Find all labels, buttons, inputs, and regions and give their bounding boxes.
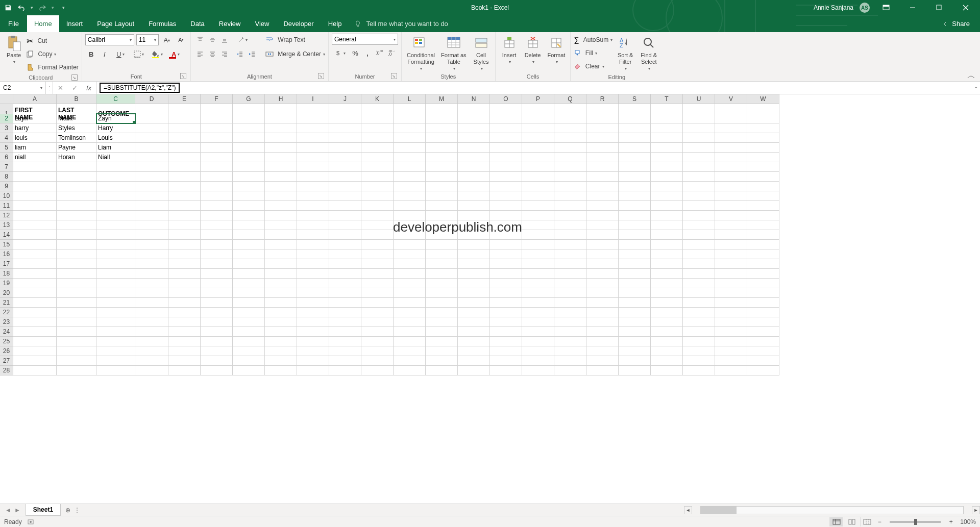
column-header-U[interactable]: U <box>683 94 715 104</box>
cell-U3[interactable] <box>683 123 715 133</box>
cell-T2[interactable] <box>651 114 683 123</box>
cell-L2[interactable] <box>394 114 426 123</box>
cell-V13[interactable] <box>715 220 747 230</box>
cell-E11[interactable] <box>168 201 201 211</box>
percent-format-icon[interactable]: % <box>349 47 361 59</box>
cell-F24[interactable] <box>201 327 233 337</box>
cell-J26[interactable] <box>329 346 361 356</box>
cell-F7[interactable] <box>201 162 233 172</box>
cell-G14[interactable] <box>233 230 265 240</box>
cell-D20[interactable] <box>135 288 168 298</box>
cell-U16[interactable] <box>683 249 715 259</box>
cell-J24[interactable] <box>329 327 361 337</box>
cell-N24[interactable] <box>458 327 490 337</box>
close-button[interactable] <box>955 0 976 15</box>
cell-H11[interactable] <box>265 201 297 211</box>
insert-function-icon[interactable]: fx <box>85 84 93 92</box>
cell-M13[interactable] <box>426 220 458 230</box>
cell-N17[interactable] <box>458 259 490 269</box>
cell-T22[interactable] <box>651 308 683 317</box>
cell-V16[interactable] <box>715 249 747 259</box>
cell-M24[interactable] <box>426 327 458 337</box>
cell-A11[interactable] <box>13 201 57 211</box>
font-color-button[interactable]: A▾ <box>167 48 184 60</box>
cell-T20[interactable] <box>651 288 683 298</box>
cell-T14[interactable] <box>651 230 683 240</box>
cell-B20[interactable] <box>57 288 96 298</box>
cell-Q11[interactable] <box>554 201 586 211</box>
row-header-12[interactable]: 12 <box>0 211 13 220</box>
cell-U18[interactable] <box>683 269 715 279</box>
cell-S18[interactable] <box>619 269 651 279</box>
cell-F12[interactable] <box>201 211 233 220</box>
cell-T16[interactable] <box>651 249 683 259</box>
cell-I2[interactable] <box>297 114 329 123</box>
column-header-A[interactable]: A <box>13 94 57 104</box>
cell-E27[interactable] <box>168 356 201 366</box>
cell-N22[interactable] <box>458 308 490 317</box>
cell-P22[interactable] <box>522 308 554 317</box>
align-bottom-icon[interactable] <box>218 34 231 46</box>
accounting-format-icon[interactable]: $▾ <box>332 47 349 59</box>
cell-N5[interactable] <box>458 143 490 153</box>
cell-E2[interactable] <box>168 114 201 123</box>
cell-T27[interactable] <box>651 356 683 366</box>
cell-M21[interactable] <box>426 298 458 308</box>
cell-H21[interactable] <box>265 298 297 308</box>
cell-P15[interactable] <box>522 240 554 249</box>
cell-G24[interactable] <box>233 327 265 337</box>
cell-H18[interactable] <box>265 269 297 279</box>
column-header-V[interactable]: V <box>715 94 747 104</box>
cell-T18[interactable] <box>651 269 683 279</box>
cell-M9[interactable] <box>426 182 458 191</box>
column-header-M[interactable]: M <box>426 94 458 104</box>
cell-K10[interactable] <box>361 191 394 201</box>
cell-F18[interactable] <box>201 269 233 279</box>
wrap-text-button[interactable]: Wrap Text <box>265 34 325 46</box>
cell-S27[interactable] <box>619 356 651 366</box>
cell-R3[interactable] <box>586 123 619 133</box>
cell-G27[interactable] <box>233 356 265 366</box>
decrease-indent-icon[interactable] <box>234 48 246 60</box>
cell-P25[interactable] <box>522 337 554 346</box>
cell-F19[interactable] <box>201 279 233 288</box>
cell-Q5[interactable] <box>554 143 586 153</box>
cell-O26[interactable] <box>490 346 522 356</box>
row-header-25[interactable]: 25 <box>0 337 13 346</box>
cell-M5[interactable] <box>426 143 458 153</box>
cell-V2[interactable] <box>715 114 747 123</box>
cell-L22[interactable] <box>394 308 426 317</box>
format-cells-button[interactable]: Format▾ <box>546 34 568 65</box>
cell-V14[interactable] <box>715 230 747 240</box>
cell-L18[interactable] <box>394 269 426 279</box>
hscroll-thumb[interactable] <box>701 507 737 514</box>
cell-F10[interactable] <box>201 191 233 201</box>
cell-P21[interactable] <box>522 298 554 308</box>
cell-T23[interactable] <box>651 317 683 327</box>
cell-V6[interactable] <box>715 153 747 162</box>
cell-M6[interactable] <box>426 153 458 162</box>
cell-V3[interactable] <box>715 123 747 133</box>
cell-U24[interactable] <box>683 327 715 337</box>
cell-P3[interactable] <box>522 123 554 133</box>
cell-Q15[interactable] <box>554 240 586 249</box>
cell-S19[interactable] <box>619 279 651 288</box>
cell-G28[interactable] <box>233 366 265 375</box>
cell-M17[interactable] <box>426 259 458 269</box>
row-header-4[interactable]: 4 <box>0 133 13 143</box>
cell-N7[interactable] <box>458 162 490 172</box>
cell-W3[interactable] <box>747 123 779 133</box>
cell-C18[interactable] <box>96 269 135 279</box>
cell-V20[interactable] <box>715 288 747 298</box>
cell-N4[interactable] <box>458 133 490 143</box>
cell-J15[interactable] <box>329 240 361 249</box>
tab-view[interactable]: View <box>248 15 276 32</box>
cell-B13[interactable] <box>57 220 96 230</box>
cell-S9[interactable] <box>619 182 651 191</box>
cell-V12[interactable] <box>715 211 747 220</box>
cell-G4[interactable] <box>233 133 265 143</box>
cell-L7[interactable] <box>394 162 426 172</box>
cell-D25[interactable] <box>135 337 168 346</box>
cell-R13[interactable] <box>586 220 619 230</box>
cell-V21[interactable] <box>715 298 747 308</box>
